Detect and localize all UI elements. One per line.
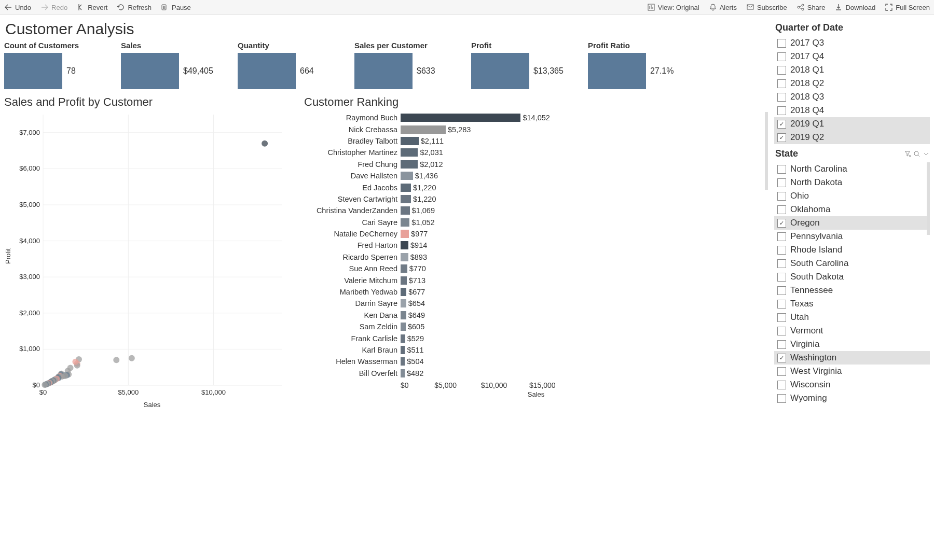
checkbox[interactable] — [777, 394, 786, 403]
checkbox[interactable]: ✓ — [777, 133, 786, 142]
filter-row[interactable]: Wyoming — [774, 391, 930, 405]
filter-row[interactable]: ✓2019 Q1 — [774, 117, 930, 131]
checkbox[interactable] — [777, 205, 786, 214]
scatter-point[interactable] — [262, 141, 268, 147]
scatter-point[interactable] — [129, 355, 135, 361]
kpi-card[interactable]: 78 — [4, 53, 100, 89]
rank-row[interactable]: Fred Chung$2,012 — [304, 159, 768, 170]
search-icon[interactable] — [913, 150, 921, 158]
checkbox[interactable] — [777, 313, 786, 322]
checkbox[interactable]: ✓ — [777, 354, 786, 362]
chevron-down-icon[interactable] — [923, 150, 930, 158]
rank-row[interactable]: Steven Cartwright$1,220 — [304, 193, 768, 205]
kpi-card[interactable]: 664 — [238, 53, 334, 89]
undo-button[interactable]: Undo — [4, 3, 31, 11]
filter-row[interactable]: Wisconsin — [774, 378, 930, 391]
checkbox[interactable] — [777, 66, 786, 75]
view-button[interactable]: View: Original — [647, 3, 699, 11]
filter-row[interactable]: West Virginia — [774, 365, 930, 378]
checkbox[interactable] — [777, 259, 786, 268]
filter-row[interactable]: 2018 Q1 — [774, 63, 930, 77]
checkbox[interactable] — [777, 178, 786, 187]
filter-row[interactable]: Oklahoma — [774, 203, 930, 216]
scrollbar[interactable] — [765, 112, 768, 190]
filter-row[interactable]: North Dakota — [774, 176, 930, 189]
rank-row[interactable]: Helen Wasserman$504 — [304, 356, 768, 367]
scatter-point[interactable] — [72, 359, 78, 365]
filter-row[interactable]: Pennsylvania — [774, 230, 930, 243]
checkbox[interactable] — [777, 52, 786, 61]
kpi-card[interactable]: 27.1% — [588, 53, 684, 89]
filter-row[interactable]: Utah — [774, 311, 930, 324]
filter-row[interactable]: Ohio — [774, 189, 930, 203]
checkbox[interactable] — [777, 327, 786, 335]
rank-row[interactable]: Ed Jacobs$1,220 — [304, 181, 768, 193]
filter-row[interactable]: 2018 Q2 — [774, 77, 930, 90]
rank-row[interactable]: Cari Sayre$1,052 — [304, 217, 768, 228]
filter-row[interactable]: Tennessee — [774, 284, 930, 297]
checkbox[interactable]: ✓ — [777, 120, 786, 129]
filter-row[interactable]: Virginia — [774, 338, 930, 351]
checkbox[interactable] — [777, 367, 786, 376]
scatter-point[interactable] — [42, 382, 48, 388]
revert-button[interactable]: Revert — [77, 3, 107, 11]
filter-row[interactable]: 2018 Q3 — [774, 90, 930, 104]
kpi-card[interactable]: $633 — [354, 53, 450, 89]
checkbox[interactable] — [777, 165, 786, 174]
checkbox[interactable]: ✓ — [777, 219, 786, 228]
rank-row[interactable]: Frank Carlisle$529 — [304, 332, 768, 344]
rank-row[interactable]: Christopher Martinez$2,031 — [304, 147, 768, 158]
rank-row[interactable]: Valerie Mitchum$713 — [304, 274, 768, 286]
rank-row[interactable]: Karl Braun$511 — [304, 344, 768, 356]
filter-row[interactable]: South Carolina — [774, 257, 930, 270]
filter-row[interactable]: 2017 Q4 — [774, 50, 930, 63]
kpi-card[interactable]: $49,405 — [121, 53, 217, 89]
rank-row[interactable]: Bradley Talbott$2,111 — [304, 135, 768, 147]
checkbox[interactable] — [777, 232, 786, 241]
checkbox[interactable] — [777, 79, 786, 88]
filter-row[interactable]: 2017 Q3 — [774, 36, 930, 50]
checkbox[interactable] — [777, 93, 786, 102]
filter-row[interactable]: Texas — [774, 297, 930, 311]
rank-row[interactable]: Fred Harton$914 — [304, 240, 768, 251]
subscribe-button[interactable]: Subscribe — [746, 3, 787, 11]
filter-row[interactable]: ✓Oregon — [774, 216, 930, 230]
rank-row[interactable]: Christina VanderZanden$1,069 — [304, 205, 768, 216]
filter-row[interactable]: Vermont — [774, 324, 930, 338]
filter-row[interactable]: North Carolina — [774, 162, 930, 176]
checkbox[interactable] — [777, 286, 786, 295]
checkbox[interactable] — [777, 192, 786, 201]
scatter-point[interactable] — [67, 365, 74, 371]
checkbox[interactable] — [777, 39, 786, 48]
rank-row[interactable]: Sue Ann Reed$770 — [304, 263, 768, 274]
rank-row[interactable]: Nick Crebassa$5,283 — [304, 123, 768, 135]
filter-clear-icon[interactable] — [904, 150, 911, 158]
scrollbar[interactable] — [927, 162, 930, 235]
filter-row[interactable]: South Dakota — [774, 270, 930, 284]
checkbox[interactable] — [777, 340, 786, 349]
rank-row[interactable]: Ken Dana$649 — [304, 310, 768, 321]
checkbox[interactable] — [777, 106, 786, 115]
fullscreen-button[interactable]: Full Screen — [885, 3, 930, 11]
share-button[interactable]: Share — [796, 3, 826, 11]
filter-row[interactable]: ✓2019 Q2 — [774, 131, 930, 144]
rank-row[interactable]: Sam Zeldin$605 — [304, 321, 768, 332]
rank-row[interactable]: Ricardo Sperren$893 — [304, 251, 768, 263]
filter-row[interactable]: ✓Washington — [774, 351, 930, 365]
download-button[interactable]: Download — [834, 3, 875, 11]
redo-button[interactable]: Redo — [40, 3, 67, 11]
filter-row[interactable]: 2018 Q4 — [774, 104, 930, 117]
refresh-button[interactable]: Refresh — [117, 3, 152, 11]
pause-button[interactable]: Pause — [161, 3, 191, 11]
alerts-button[interactable]: Alerts — [709, 3, 737, 11]
rank-row[interactable]: Dave Hallsten$1,436 — [304, 170, 768, 181]
checkbox[interactable] — [777, 300, 786, 309]
checkbox[interactable] — [777, 381, 786, 389]
scatter-chart[interactable]: $0$1,000$2,000$3,000$4,000$5,000$6,000$7… — [12, 112, 287, 400]
rank-row[interactable]: Raymond Buch$14,052 — [304, 112, 768, 123]
checkbox[interactable] — [777, 246, 786, 255]
rank-row[interactable]: Maribeth Yedwab$677 — [304, 286, 768, 298]
ranking-chart[interactable]: Raymond Buch$14,052Nick Crebassa$5,283Br… — [304, 112, 768, 379]
rank-row[interactable]: Bill Overfelt$482 — [304, 368, 768, 379]
scatter-point[interactable] — [113, 357, 119, 363]
